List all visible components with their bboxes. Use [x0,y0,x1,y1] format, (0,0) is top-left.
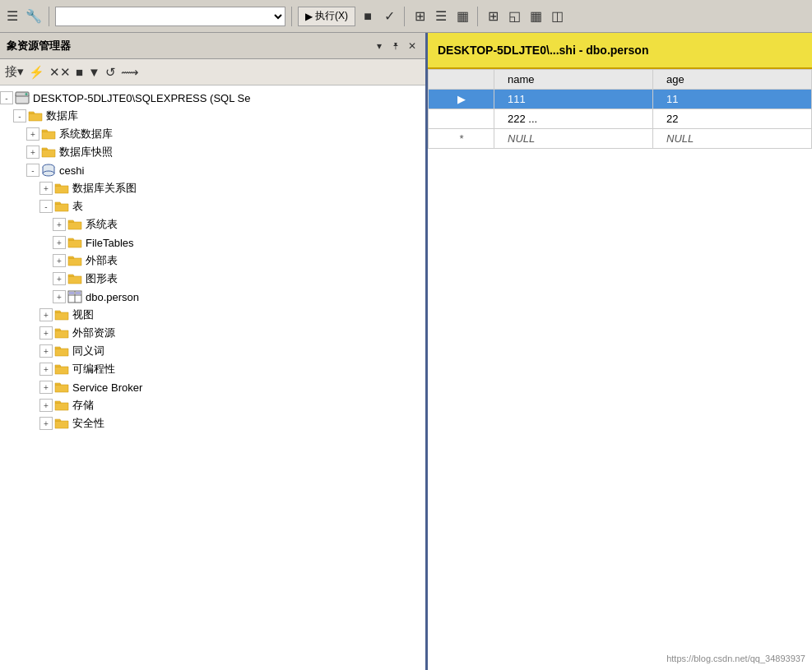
tree-item-tables[interactable]: - 表 [0,197,425,215]
tree-item-db_diagram[interactable]: + 数据库关系图 [0,179,425,197]
tree-expand-dbo_person[interactable]: + [53,290,66,303]
tree-item-security[interactable]: + 安全性 [0,414,425,432]
tree-item-views[interactable]: + 视图 [0,306,425,324]
table-cell-2-1[interactable]: NULL [653,129,812,149]
execute-button[interactable]: ▶ 执行(X) [298,7,355,26]
tree-expand-programmable[interactable]: + [39,363,53,376]
table-cell-1-1[interactable]: 22 [653,109,812,129]
tree-item-dbo_person[interactable]: + dbo.person [0,288,425,306]
tree-expand-system_db[interactable]: + [26,127,39,141]
tree-label-synonyms: 同义词 [72,344,104,358]
tree-expand-db_snapshot[interactable]: + [26,146,39,159]
table-row[interactable]: 222 ...22 [429,109,812,129]
tree-expand-ext_tables[interactable]: + [53,254,66,267]
toolbar-icon-5[interactable]: ▦ [453,7,471,25]
table-row[interactable]: ▶11111 [429,90,812,109]
url-bar: https://blog.csdn.net/qq_34893937 [666,654,805,663]
row-indicator-0: ▶ [429,90,494,109]
filter-icon[interactable]: ▼ [88,65,100,79]
server-icon [15,90,30,105]
folder-icon [54,344,69,358]
tree-expand-sys_tables[interactable]: + [53,218,66,231]
tree-label-server: DESKTOP-5DLJTE0\SQLEXPRESS (SQL Se [33,92,250,104]
execute-label: 执行(X) [315,9,348,23]
tree-expand-security[interactable]: + [39,417,53,430]
table-cell-1-0[interactable]: 222 ... [494,109,653,129]
tree-item-storage[interactable]: + 存储 [0,396,425,414]
row-indicator-2: * [429,129,494,149]
stop-icon[interactable]: ■ [359,7,377,25]
table-cell-0-0[interactable]: 111 [494,90,653,109]
check-icon[interactable]: ✓ [380,7,398,25]
tree-expand-ceshi[interactable]: - [26,164,39,177]
tree-item-ext_resources[interactable]: + 外部资源 [0,324,425,342]
tree-item-programmable[interactable]: + 可编程性 [0,360,425,378]
data-grid[interactable]: name age ▶11111222 ...22*NULLNULL [428,69,812,670]
toolbar-icon-6[interactable]: ⊞ [484,7,502,25]
disconnect-icon[interactable]: ⚡ [29,65,44,80]
tree-label-dbo_person: dbo.person [86,291,139,303]
tree-container[interactable]: - DESKTOP-5DLJTE0\SQLEXPRESS (SQL Se- 数据… [0,85,425,670]
tree-expand-databases[interactable]: - [13,109,26,122]
tree-label-db_snapshot: 数据库快照 [59,145,113,159]
panel-close-btn[interactable]: ✕ [406,40,419,52]
svg-rect-12 [76,292,81,294]
tree-expand-synonyms[interactable]: + [39,344,53,358]
folder-icon [67,217,82,232]
tree-item-graph_tables[interactable]: + 图形表 [0,270,425,288]
connect-btn[interactable]: 接▾ [5,64,24,80]
tree-expand-file_tables[interactable]: + [53,236,66,249]
folder-icon [54,326,69,340]
folder-icon [54,398,69,413]
tree-item-server[interactable]: - DESKTOP-5DLJTE0\SQLEXPRESS (SQL Se [0,89,425,107]
tree-label-ext_tables: 外部表 [86,253,118,268]
tree-expand-graph_tables[interactable]: + [53,272,66,285]
tree-expand-views[interactable]: + [39,308,53,321]
tree-item-system_db[interactable]: + 系统数据库 [0,125,425,143]
table-cell-2-0[interactable]: NULL [494,129,653,149]
table-row[interactable]: *NULLNULL [429,129,812,149]
stop-connection-icon[interactable]: ✕✕ [49,65,71,80]
tree-item-synonyms[interactable]: + 同义词 [0,342,425,360]
data-panel-title: DESKTOP-5DLJTE0\...shi - dbo.person [438,44,648,57]
tree-item-file_tables[interactable]: + FileTables [0,233,425,252]
data-table: name age ▶11111222 ...22*NULLNULL [428,69,812,149]
database-icon [41,163,56,178]
toolbar-sep-1 [49,7,49,26]
summary-icon[interactable]: ⟿ [121,65,139,80]
toolbar-icon-4[interactable]: ☰ [432,7,450,25]
tree-expand-tables[interactable]: - [39,200,53,213]
table-cell-0-1[interactable]: 11 [653,90,812,109]
url-text: https://blog.csdn.net/qq_34893937 [666,654,805,663]
refresh-icon[interactable]: ↺ [105,65,116,80]
col-age-header: age [653,70,812,90]
toolbar-icon-1[interactable]: ☰ [3,7,21,25]
tree-expand-service_broker[interactable]: + [39,381,53,394]
tree-item-databases[interactable]: - 数据库 [0,107,425,125]
toolbar-icon-3[interactable]: ⊞ [411,7,429,25]
tree-expand-ext_resources[interactable]: + [39,326,53,340]
tree-label-service_broker: Service Broker [72,381,142,394]
tree-label-system_db: 系统数据库 [59,127,113,141]
tree-item-db_snapshot[interactable]: + 数据库快照 [0,143,425,161]
folder-icon [54,416,69,431]
tree-item-service_broker[interactable]: + Service Broker [0,378,425,396]
tree-item-sys_tables[interactable]: + 系统表 [0,215,425,233]
tree-expand-server[interactable]: - [0,91,13,104]
panel-pin-btn[interactable]: ▾ [373,40,386,52]
toolbar-icon-9[interactable]: ◫ [548,7,566,25]
toolbar-icon-2[interactable]: 🔧 [25,7,43,25]
svg-point-7 [43,171,54,176]
tree-label-sys_tables: 系统表 [86,217,118,232]
pause-icon[interactable]: ■ [76,65,83,79]
tree-expand-db_diagram[interactable]: + [39,182,53,195]
database-dropdown[interactable] [55,7,285,26]
tree-label-tables: 表 [72,199,83,214]
tree-item-ext_tables[interactable]: + 外部表 [0,252,425,270]
panel-pushpin-btn[interactable]: 🖈 [389,40,402,52]
tree-item-ceshi[interactable]: - ceshi [0,161,425,179]
toolbar-icon-8[interactable]: ▦ [527,7,545,25]
folder-icon [67,235,82,250]
tree-expand-storage[interactable]: + [39,399,53,412]
toolbar-icon-7[interactable]: ◱ [505,7,523,25]
